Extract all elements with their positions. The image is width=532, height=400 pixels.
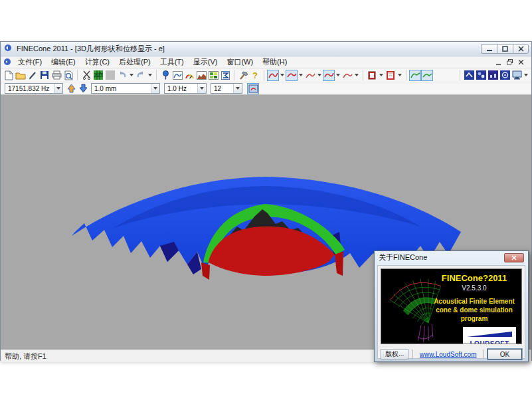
about-dialog: 关于FINECone bbox=[374, 250, 529, 362]
print-icon[interactable] bbox=[50, 70, 62, 81]
displacement-combo[interactable]: 1.0 mm bbox=[91, 83, 160, 94]
curve-button-2-dropdown[interactable] bbox=[299, 74, 303, 76]
pen-icon[interactable] bbox=[27, 70, 39, 81]
menu-postprocess[interactable]: 后处理(P) bbox=[114, 56, 155, 68]
mdi-close-button[interactable] bbox=[517, 58, 525, 66]
website-link[interactable]: www.LoudSoft.com bbox=[420, 351, 477, 358]
close-button[interactable] bbox=[513, 44, 529, 54]
help-icon[interactable]: ? bbox=[249, 70, 261, 81]
curve-button-4-dropdown[interactable] bbox=[336, 74, 340, 76]
ok-button[interactable]: OK bbox=[488, 349, 522, 359]
frames-combo[interactable]: 12 bbox=[211, 83, 242, 94]
toolbar-separator bbox=[77, 70, 78, 80]
step-dropdown[interactable] bbox=[197, 84, 206, 93]
curve-toggle-2-icon[interactable] bbox=[421, 70, 433, 81]
tool-blue-2-icon[interactable] bbox=[475, 70, 487, 81]
frames-dropdown[interactable] bbox=[233, 84, 242, 93]
main-toolbar: ? bbox=[1, 68, 531, 82]
splash-image: FINECone?2011 V2.5.3.0 Acoustical Finite… bbox=[381, 268, 522, 344]
dialog-body: FINECone?2011 V2.5.3.0 Acoustical Finite… bbox=[377, 265, 525, 359]
dialog-title: 关于FINECone bbox=[379, 252, 427, 262]
step-value: 1.0 Hz bbox=[165, 85, 189, 92]
undo-icon[interactable] bbox=[116, 70, 128, 81]
redo-icon[interactable] bbox=[135, 70, 147, 81]
book-outline-icon[interactable] bbox=[385, 70, 397, 81]
cut-icon[interactable] bbox=[80, 70, 92, 81]
monitor-icon[interactable] bbox=[511, 70, 523, 81]
product-name: FINECone?2011 bbox=[430, 273, 519, 283]
mdi-restore-button[interactable] bbox=[506, 58, 513, 66]
minimize-button[interactable] bbox=[481, 44, 497, 54]
curve-button-5-icon[interactable] bbox=[341, 70, 353, 81]
step-up-icon[interactable] bbox=[65, 83, 77, 94]
curve-button-5-dropdown[interactable] bbox=[355, 74, 359, 76]
menu-view[interactable]: 显示(V) bbox=[189, 56, 222, 68]
mdi-controls bbox=[495, 58, 529, 66]
curve-button-3-icon[interactable] bbox=[304, 70, 316, 81]
maximize-button[interactable] bbox=[497, 44, 513, 54]
displacement-value: 1.0 mm bbox=[92, 85, 119, 92]
caption-buttons bbox=[481, 44, 529, 54]
curve-button-4-icon[interactable] bbox=[323, 70, 335, 81]
curve-toggle-1-icon[interactable] bbox=[409, 70, 421, 81]
displacement-dropdown[interactable] bbox=[151, 84, 159, 93]
help-glyph: ? bbox=[252, 70, 258, 80]
step-down-icon[interactable] bbox=[77, 83, 89, 94]
curve-button-1-icon[interactable] bbox=[267, 70, 279, 81]
tool-blue-1-icon[interactable] bbox=[463, 70, 475, 81]
loudsoft-logo: LOUDSOFT bbox=[463, 327, 516, 344]
open-folder-icon[interactable] bbox=[15, 70, 27, 81]
monitor-dropdown[interactable] bbox=[524, 74, 528, 76]
frequency-combo[interactable]: 17151.832 Hz bbox=[5, 83, 63, 94]
dialog-footer: 版权... www.LoudSoft.com OK bbox=[381, 348, 522, 360]
curve-button-1-dropdown[interactable] bbox=[280, 74, 284, 76]
step-combo[interactable]: 1.0 Hz bbox=[164, 83, 207, 94]
titlebar: FINECone 2011 - [3D几何形状和位移显示 - e] bbox=[1, 42, 531, 56]
mdi-minimize-button[interactable] bbox=[495, 58, 502, 66]
toolbar-separator bbox=[460, 70, 460, 80]
curve-button-3-dropdown[interactable] bbox=[317, 74, 321, 76]
toolbar-separator bbox=[406, 70, 406, 80]
gauge-icon[interactable] bbox=[183, 70, 195, 81]
book-solid-icon[interactable] bbox=[366, 70, 378, 81]
print-preview-icon[interactable] bbox=[62, 70, 74, 81]
animate-toggle-icon[interactable] bbox=[247, 83, 259, 94]
copyright-button[interactable]: 版权... bbox=[381, 349, 408, 359]
sigma-icon[interactable] bbox=[219, 70, 231, 81]
redo-dropdown[interactable] bbox=[148, 74, 152, 76]
fem-mesh-icon[interactable] bbox=[92, 70, 104, 81]
hammer-icon[interactable] bbox=[237, 70, 249, 81]
menu-help[interactable]: 帮助(H) bbox=[258, 56, 292, 68]
pin-icon[interactable] bbox=[159, 70, 171, 81]
loudsoft-swoosh-icon bbox=[466, 331, 513, 338]
new-document-icon[interactable] bbox=[3, 70, 15, 81]
toolbar-separator bbox=[156, 70, 157, 80]
menu-tools[interactable]: 工具(T) bbox=[155, 56, 189, 68]
grid-chart-icon[interactable] bbox=[207, 70, 219, 81]
dialog-close-button[interactable] bbox=[504, 253, 524, 262]
footer-separator bbox=[483, 350, 484, 359]
toolbar-separator bbox=[234, 70, 234, 80]
app-icon bbox=[3, 43, 13, 55]
book-solid-dropdown[interactable] bbox=[379, 74, 383, 76]
undo-dropdown[interactable] bbox=[130, 74, 133, 76]
frames-value: 12 bbox=[211, 85, 224, 92]
tool-blue-4-icon[interactable] bbox=[499, 70, 511, 81]
menu-edit[interactable]: 编辑(E) bbox=[46, 56, 80, 68]
save-icon[interactable] bbox=[39, 70, 50, 81]
spl-curve-icon[interactable] bbox=[171, 70, 183, 81]
area-chart-icon[interactable] bbox=[195, 70, 207, 81]
menu-file[interactable]: 文件(F) bbox=[13, 56, 46, 68]
menu-calculate[interactable]: 计算(C) bbox=[80, 56, 114, 68]
red-tab-right bbox=[335, 251, 343, 276]
frequency-dropdown[interactable] bbox=[54, 84, 62, 93]
menubar: 文件(F) 编辑(E) 计算(C) 后处理(P) 工具(T) 显示(V) 窗口(… bbox=[1, 56, 531, 68]
curve-button-2-icon[interactable] bbox=[286, 70, 298, 81]
tool-blue-3-icon[interactable] bbox=[487, 70, 499, 81]
menu-window[interactable]: 窗口(W) bbox=[222, 56, 258, 68]
status-help-text: 帮助, 请按F1 bbox=[5, 351, 46, 361]
product-description-line: program bbox=[430, 314, 519, 323]
book-outline-dropdown[interactable] bbox=[398, 74, 402, 76]
document-icon bbox=[3, 56, 12, 68]
red-tab-left bbox=[201, 262, 210, 280]
